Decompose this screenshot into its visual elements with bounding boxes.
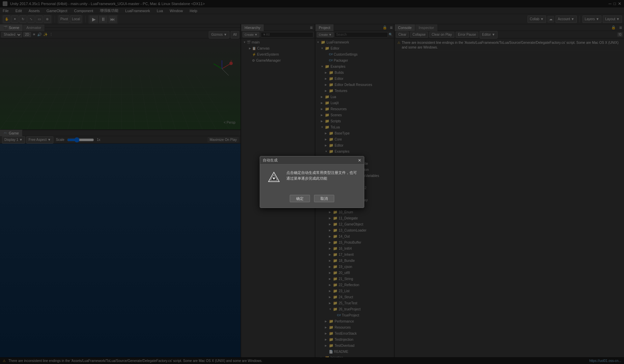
modal-buttons: 确定 取消 — [260, 192, 364, 208]
modal-cancel-btn[interactable]: 取消 — [314, 195, 334, 202]
unity-logo-svg — [266, 171, 281, 186]
modal-text: 点击确定自动生成常用类型注册文件，也可通过菜单逐步完成此功能 — [286, 170, 359, 181]
modal-dialog: 自动生成 ✕ 点击确定自动生成常用类型注册文件，也可通过菜单逐步完成此功能 — [260, 156, 364, 208]
modal-body: 点击确定自动生成常用类型注册文件，也可通过菜单逐步完成此功能 — [260, 164, 364, 192]
modal-close-icon[interactable]: ✕ — [358, 158, 361, 163]
modal-unity-logo — [265, 170, 282, 187]
modal-confirm-btn[interactable]: 确定 — [290, 195, 310, 202]
modal-title-bar: 自动生成 ✕ — [260, 156, 364, 164]
modal-overlay: 自动生成 ✕ 点击确定自动生成常用类型注册文件，也可通过菜单逐步完成此功能 — [0, 0, 624, 364]
svg-point-9 — [273, 177, 275, 179]
modal-title: 自动生成 — [263, 158, 278, 163]
